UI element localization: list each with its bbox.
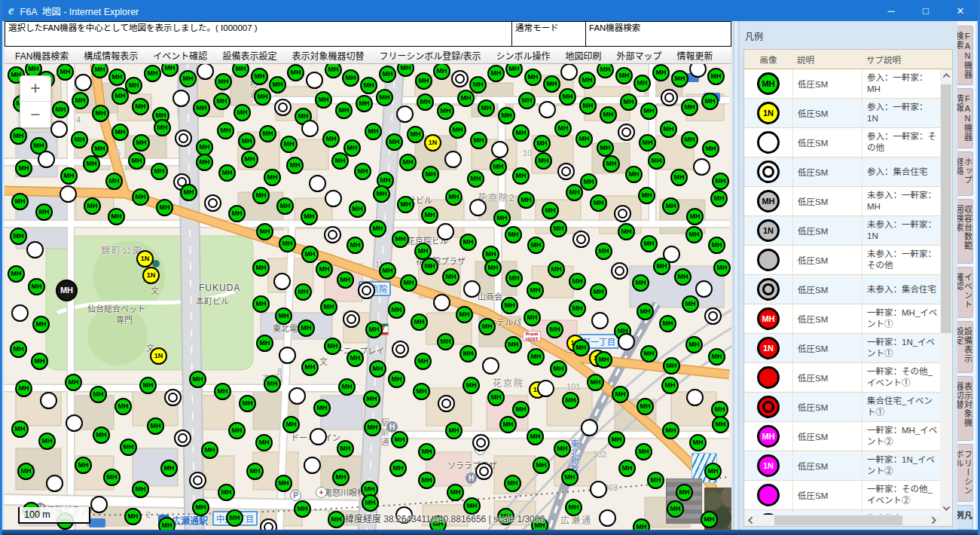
marker-sm-green-mh[interactable]: MH [478, 99, 495, 117]
marker-sm-green-mh[interactable]: MH [389, 460, 407, 477]
marker-sm-green-mh[interactable]: MH [264, 375, 281, 393]
marker-sm-green-mh[interactable]: MH [8, 265, 25, 283]
marker-sm-green-mh[interactable]: MH [542, 202, 559, 219]
marker-sm-green-mh[interactable]: MH [10, 228, 27, 245]
marker-sm-green-mh[interactable]: MH [335, 102, 353, 119]
marker-sm-green-mh[interactable]: MH [543, 75, 560, 93]
marker-sm-green-mh[interactable]: MH [156, 199, 173, 216]
marker-sm-green-mh[interactable]: MH [347, 350, 364, 367]
marker-sm-green-mh[interactable]: MH [364, 419, 381, 436]
marker-sm-green-mh[interactable]: MH [158, 517, 176, 530]
marker-sm-green-mh[interactable]: MH [28, 278, 45, 295]
marker-sm-green-mh[interactable]: MH [386, 133, 403, 151]
marker-sm-green-mh[interactable]: MH [90, 386, 107, 403]
marker-sm-green-mh[interactable]: MH [527, 237, 545, 254]
marker-sm-green-mh[interactable]: MH [376, 89, 393, 106]
marker-sm-collective[interactable] [343, 310, 360, 328]
sidebar-tab-8[interactable]: フリーシンボル [957, 444, 973, 502]
marker-sm-green-mh[interactable]: MH [487, 389, 505, 406]
marker-sm-collective[interactable] [358, 282, 375, 299]
marker-sm-green-mh[interactable]: MH [388, 301, 405, 319]
marker-sm-green-mh[interactable]: MH [704, 463, 722, 480]
marker-sm-green-mh[interactable]: MH [445, 188, 463, 206]
marker-sm-white[interactable] [279, 347, 296, 364]
marker-sm-green-mh[interactable]: MH [681, 131, 698, 148]
marker-sm-white[interactable] [686, 389, 704, 406]
marker-sm-green-mh[interactable]: MH [579, 72, 596, 89]
marker-sm-green-mh[interactable]: MH [512, 124, 530, 142]
marker-sm-white[interactable] [537, 380, 554, 397]
marker-sm-green-mh[interactable]: MH [554, 440, 571, 457]
marker-sm-collective[interactable] [472, 434, 490, 451]
marker-sm-green-mh[interactable]: MH [72, 92, 89, 109]
marker-sm-green-mh[interactable]: MH [505, 336, 522, 353]
marker-sm-green-mh[interactable]: MH [282, 416, 300, 433]
marker-sm-white[interactable] [581, 419, 598, 436]
marker-sm-green-mh[interactable]: MH [392, 231, 409, 248]
menu-item-5[interactable]: 表示対象機器切替 [284, 47, 371, 64]
sidebar-tab-7[interactable]: 表示対象機器切替 [957, 376, 973, 441]
marker-sm-green-mh[interactable]: MH [31, 353, 48, 370]
menu-item-10[interactable]: 情報更新 [670, 47, 721, 64]
marker-sm-green-mh[interactable]: MH [17, 463, 35, 480]
marker-sm-green-mh[interactable]: MH [75, 457, 92, 474]
marker-sm-green-mh[interactable]: MH [269, 76, 286, 93]
marker-sm-yellow-1n[interactable]: 1N [424, 134, 441, 151]
marker-sm-green-mh[interactable]: MH [218, 164, 236, 182]
marker-sm-green-mh[interactable]: MH [490, 158, 507, 176]
marker-sm-green-mh[interactable]: MH [114, 398, 132, 415]
sidebar-tab-2[interactable]: FAN機器情報 [957, 88, 973, 148]
marker-sm-green-mh[interactable]: MH [575, 130, 593, 148]
marker-sm-green-mh[interactable]: MH [590, 283, 607, 301]
marker-sm-green-mh[interactable]: MH [217, 122, 234, 139]
marker-sm-white[interactable] [66, 414, 83, 432]
marker-sm-green-mh[interactable]: MH [633, 75, 651, 92]
scroll-right-button[interactable] [927, 515, 940, 526]
marker-sm-green-mh[interactable]: MH [332, 469, 350, 486]
marker-sm-green-mh[interactable]: MH [413, 383, 430, 400]
marker-sm-green-mh[interactable]: MH [470, 132, 487, 149]
marker-sm-white[interactable] [463, 280, 481, 298]
marker-sm-green-mh[interactable]: MH [11, 420, 29, 438]
marker-sm-green-mh[interactable]: MH [251, 68, 268, 85]
sidebar-tab-6[interactable]: 設備表示設定 [957, 321, 973, 372]
marker-sm-green-mh[interactable]: MH [10, 127, 27, 145]
marker-sm-collective[interactable] [174, 430, 191, 447]
marker-sm-green-mh[interactable]: MH [124, 508, 142, 525]
marker-sm-collective[interactable] [274, 99, 292, 116]
marker-sm-green-mh[interactable]: MH [32, 316, 50, 333]
marker-sm-white[interactable] [590, 481, 607, 498]
marker-sm-green-mh[interactable]: MH [561, 469, 579, 486]
marker-sm-green-mh[interactable]: MH [373, 185, 390, 203]
marker-sm-white[interactable] [618, 333, 635, 350]
marker-sm-white[interactable] [591, 312, 609, 329]
marker-sm-green-mh[interactable]: MH [701, 511, 718, 528]
marker-sm-green-mh[interactable]: MH [457, 90, 475, 107]
marker-sm-collective[interactable] [614, 205, 631, 222]
marker-sm-green-mh[interactable]: MH [569, 273, 586, 290]
marker-sm-collective[interactable] [618, 124, 635, 141]
marker-sm-green-mh[interactable]: MH [686, 208, 704, 225]
vertical-scroll-thumb[interactable] [941, 84, 951, 333]
marker-sm-white[interactable] [304, 457, 321, 474]
marker-sm-green-mh[interactable]: MH [580, 173, 597, 191]
marker-sm-green-mh[interactable]: MH [635, 443, 652, 460]
marker-sm-green-mh[interactable]: MH [160, 460, 178, 477]
map-canvas[interactable]: 上杉通錦町公園21仙台総合ペット専門FUKUDA本町ビル東北電力カーニープレイ本… [5, 64, 731, 530]
minimize-button[interactable]: ─ [874, 0, 908, 21]
marker-sm-collective[interactable] [175, 130, 192, 147]
marker-sm-green-mh[interactable]: MH [154, 119, 171, 136]
marker-sm-green-mh[interactable]: MH [469, 76, 487, 93]
marker-sm-green-mh[interactable]: MH [298, 319, 315, 337]
marker-sm-green-mh[interactable]: MH [637, 398, 654, 415]
marker-sm-green-mh[interactable]: MH [712, 173, 729, 190]
marker-sm-green-mh[interactable]: MH [620, 93, 637, 111]
marker-sm-green-mh[interactable]: MH [279, 235, 296, 252]
marker-sm-green-mh[interactable]: MH [108, 208, 125, 225]
marker-sm-green-mh[interactable]: MH [421, 206, 438, 224]
marker-sm-green-mh[interactable]: MH [256, 335, 273, 352]
marker-sm-green-mh[interactable]: MH [213, 93, 230, 110]
marker-sm-green-mh[interactable]: MH [647, 472, 664, 489]
menu-item-2[interactable]: 構成情報表示 [76, 47, 145, 64]
marker-sm-green-mh[interactable]: MH [60, 167, 78, 185]
